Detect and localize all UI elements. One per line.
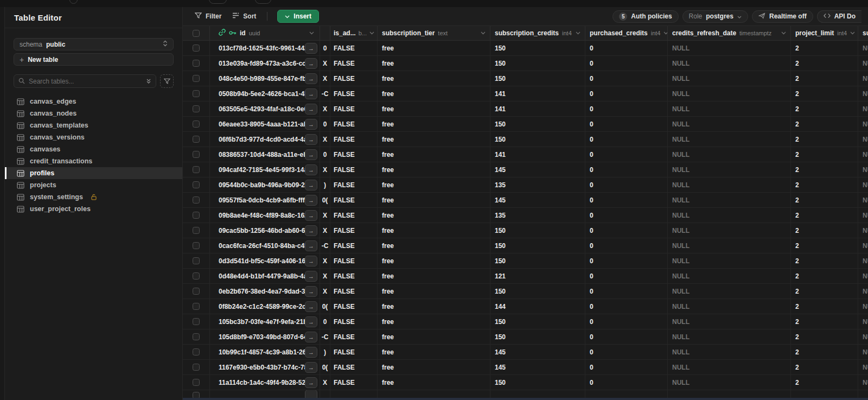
- sidebar-item-profiles[interactable]: profiles: [5, 167, 182, 179]
- cell-id[interactable]: 06eaee33-8905-4aaa-b121-ab552...→: [210, 117, 320, 131]
- cell-subscription-tier[interactable]: free: [378, 132, 490, 147]
- cell-clipped[interactable]: 0: [320, 117, 330, 131]
- expand-row-button[interactable]: →: [305, 225, 317, 236]
- cell-clipped[interactable]: -C: [320, 329, 330, 344]
- row-checkbox[interactable]: [193, 364, 200, 371]
- expand-row-button[interactable]: →: [305, 88, 317, 99]
- table-row[interactable]: 0d3d541d-bf5c-459f-a406-16b93...→XFALSEf…: [183, 253, 868, 269]
- cell-purchased-credits[interactable]: 0: [585, 41, 668, 55]
- expand-row-button[interactable]: →: [305, 377, 317, 388]
- table-row[interactable]: 10b99c1f-4857-4c39-a8b1-263b8...→)FALSEf…: [183, 345, 868, 360]
- cell-project-limit[interactable]: 2: [791, 223, 858, 238]
- insert-button[interactable]: Insert: [277, 10, 319, 23]
- cell-project-limit[interactable]: 2: [791, 86, 858, 101]
- cell-subscription-credits[interactable]: 150: [490, 284, 585, 299]
- cell-subscription-credits[interactable]: 150: [490, 41, 585, 55]
- cell-subscription-tier[interactable]: free: [378, 117, 490, 131]
- cell-clipped-right[interactable]: NU: [858, 56, 868, 71]
- sort-button[interactable]: Sort: [227, 10, 261, 23]
- cell-purchased-credits[interactable]: 0: [585, 375, 668, 390]
- cell-is-admin[interactable]: FALSE: [330, 375, 378, 390]
- cell-purchased-credits[interactable]: 0: [585, 147, 668, 162]
- cell-clipped-right[interactable]: NU: [858, 299, 868, 314]
- cell-id[interactable]: 105d8bf9-e703-49bd-807d-645e...→: [210, 329, 320, 344]
- cell-is-admin[interactable]: FALSE: [330, 193, 378, 207]
- cell-credits-refresh-date[interactable]: NULL: [668, 360, 791, 374]
- column-header-credits-refresh-date[interactable]: credits_refresh_date timestamptz: [668, 26, 791, 40]
- chevron-down-icon[interactable]: [481, 31, 486, 35]
- cell-subscription-tier[interactable]: free: [378, 360, 490, 374]
- chevron-down-icon[interactable]: [781, 31, 786, 35]
- cell-id[interactable]: 09557f5a-0dcb-4cb9-a6fb-fff366...→: [210, 193, 320, 207]
- cell-credits-refresh-date[interactable]: NULL: [668, 193, 791, 207]
- cell-credits-refresh-date[interactable]: NULL: [668, 299, 791, 314]
- cell-clipped[interactable]: ): [320, 177, 330, 192]
- cell-subscription-tier[interactable]: free: [378, 345, 490, 359]
- cell-clipped[interactable]: -C: [320, 238, 330, 253]
- cell-credits-refresh-date[interactable]: NULL: [668, 177, 791, 192]
- cell-credits-refresh-date[interactable]: NULL: [668, 314, 791, 329]
- cell-credits-refresh-date[interactable]: NULL: [668, 208, 791, 223]
- chevron-down-icon[interactable]: [576, 31, 580, 35]
- cell-id[interactable]: 08386537-10d4-488a-a11e-eb5a6...→: [210, 147, 320, 162]
- row-checkbox[interactable]: [193, 120, 200, 128]
- table-row[interactable]: 09544b0c-ba9b-496a-9b09-244...→)FALSEfre…: [183, 177, 868, 193]
- cell-id[interactable]: 094caf42-7185-4e45-99f3-14abee...→: [210, 162, 320, 177]
- chevron-down-icon[interactable]: [369, 31, 374, 35]
- cell-credits-refresh-date[interactable]: NULL: [668, 375, 791, 390]
- cell-project-limit[interactable]: 2: [791, 208, 858, 223]
- cell-is-admin[interactable]: FALSE: [330, 238, 378, 253]
- row-checkbox[interactable]: [193, 60, 200, 67]
- cell-subscription-credits[interactable]: 145: [490, 345, 585, 359]
- cell-id[interactable]: 09cac5bb-1256-46bd-ab60-64ed...→: [210, 223, 320, 238]
- cell-is-admin[interactable]: FALSE: [330, 314, 378, 329]
- column-header-is-admin[interactable]: is_ad... b...: [330, 26, 378, 40]
- cell-subscription-credits[interactable]: 150: [490, 253, 585, 268]
- cell-purchased-credits[interactable]: 0: [585, 314, 668, 329]
- cell-subscription-tier[interactable]: free: [378, 193, 490, 207]
- row-checkbox[interactable]: [193, 272, 200, 280]
- cell-subscription-credits[interactable]: 141: [490, 101, 585, 116]
- cell-project-limit[interactable]: 2: [791, 56, 858, 71]
- cell-clipped-right[interactable]: NU: [858, 132, 868, 147]
- cell-purchased-credits[interactable]: 0: [585, 56, 668, 71]
- row-checkbox[interactable]: [193, 212, 200, 219]
- cell-id[interactable]: 105bc3b7-03fe-4e7f-9efa-21bb40...→: [210, 314, 320, 329]
- cell-credits-refresh-date[interactable]: NULL: [668, 56, 791, 71]
- cell-clipped[interactable]: 0(: [320, 360, 330, 374]
- expand-row-button[interactable]: →: [305, 180, 317, 191]
- expand-row-button[interactable]: →: [305, 256, 317, 266]
- cell-clipped[interactable]: 0(: [320, 193, 330, 207]
- row-checkbox[interactable]: [193, 333, 200, 340]
- row-checkbox[interactable]: [193, 90, 200, 97]
- cell-credits-refresh-date[interactable]: NULL: [668, 71, 791, 86]
- cell-is-admin[interactable]: FALSE: [330, 86, 378, 101]
- expand-row-button[interactable]: →: [305, 362, 317, 373]
- cell-is-admin[interactable]: FALSE: [330, 269, 378, 283]
- cell-credits-refresh-date[interactable]: NULL: [668, 101, 791, 116]
- expand-row-button[interactable]: →: [305, 58, 317, 69]
- cell-project-limit[interactable]: 2: [791, 314, 858, 329]
- cell-clipped-right[interactable]: NU: [858, 177, 868, 192]
- cell-project-limit[interactable]: 2: [791, 375, 858, 390]
- cell-project-limit[interactable]: 2: [791, 253, 858, 268]
- cell-clipped[interactable]: X: [320, 101, 330, 116]
- cell-is-admin[interactable]: FALSE: [330, 56, 378, 71]
- cell-project-limit[interactable]: 2: [791, 162, 858, 177]
- cell-purchased-credits[interactable]: 0: [585, 177, 668, 192]
- cell-is-admin[interactable]: FALSE: [330, 208, 378, 223]
- column-header-subscription-credits[interactable]: subscription_credits int4: [490, 26, 585, 40]
- cell-is-admin[interactable]: FALSE: [330, 329, 378, 344]
- cell-clipped-right[interactable]: NU: [858, 208, 868, 223]
- cell-clipped-right[interactable]: NU: [858, 86, 868, 101]
- table-row[interactable]: 08386537-10d4-488a-a11e-eb5a6...→0FALSEf…: [183, 147, 868, 162]
- table-row[interactable]: 063505e5-4293-4faf-a18c-0e65b...→XFALSEf…: [183, 101, 868, 117]
- cell-clipped-right[interactable]: NU: [858, 193, 868, 207]
- cell-is-admin[interactable]: FALSE: [330, 117, 378, 131]
- cell-clipped-right[interactable]: NU: [858, 329, 868, 344]
- cell-project-limit[interactable]: 2: [791, 147, 858, 162]
- table-row[interactable]: 013e039a-fd89-473a-a3c6-ccfa9...→XFALSEf…: [183, 56, 868, 71]
- cell-purchased-credits[interactable]: 0: [585, 208, 668, 223]
- cell-subscription-credits[interactable]: 150: [490, 238, 585, 253]
- cell-is-admin[interactable]: FALSE: [330, 162, 378, 177]
